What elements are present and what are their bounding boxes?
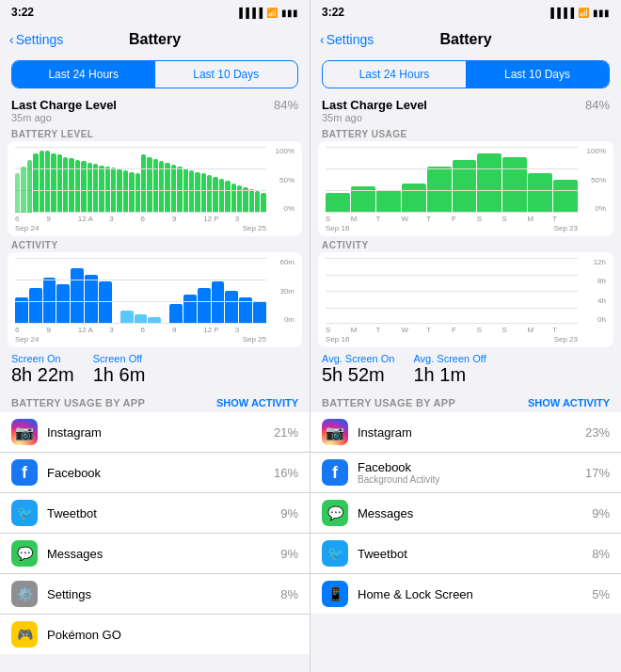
status-icons-left: ▐▐▐▐ 📶 ▮▮▮ — [236, 8, 298, 18]
app-pct-instagram-right: 23% — [585, 425, 610, 440]
show-activity-left[interactable]: SHOW ACTIVITY — [216, 397, 298, 408]
app-row-homescreen-right[interactable]: 📱 Home & Lock Screen 5% — [310, 574, 621, 614]
app-list-right: 📷 Instagram 23% f Facebook Background Ac… — [310, 412, 621, 614]
status-time-right: 3:22 — [322, 6, 344, 19]
charge-sub-left: 35m ago — [11, 112, 117, 123]
wifi-icon-left: 📶 — [266, 8, 278, 18]
tab-24h-right[interactable]: Last 24 Hours — [323, 61, 466, 88]
back-button-right[interactable]: ‹ Settings — [320, 32, 374, 47]
page-title-right: Battery — [439, 31, 491, 48]
activity-date-sep16: Sep 16 — [326, 335, 349, 344]
signal-icon-right: ▐▐▐▐ — [548, 8, 574, 18]
screen-on-title-right: Avg. Screen On — [322, 353, 394, 364]
battery-usage-chart-right: 100% 50% 0% S M T W T F S S M T Sep 16 S… — [318, 141, 613, 236]
tab-10d-left[interactable]: Last 10 Days — [155, 61, 298, 88]
wifi-icon-right: 📶 — [578, 8, 589, 18]
status-bar-right: 3:22 ▐▐▐▐ 📶 ▮▮▮ — [310, 0, 621, 23]
tab-24h-left[interactable]: Last 24 Hours — [12, 61, 155, 88]
back-button-left[interactable]: ‹ Settings — [9, 32, 63, 47]
screen-stats-left: Screen On 8h 22m Screen Off 1h 6m — [0, 347, 310, 392]
segment-control-left[interactable]: Last 24 Hours Last 10 Days — [11, 60, 298, 88]
app-icon-instagram-right: 📷 — [322, 419, 348, 445]
y-label-0pct-right: 0% — [595, 204, 606, 213]
app-icon-homescreen-right: 📱 — [322, 581, 348, 607]
show-activity-right[interactable]: SHOW ACTIVITY — [528, 397, 610, 408]
screen-on-title-left: Screen On — [11, 353, 74, 364]
app-icon-facebook-left: f — [11, 459, 38, 486]
activity-date-sep25: Sep 25 — [243, 335, 266, 344]
battery-usage-bars-right: 100% 50% 0% — [326, 147, 606, 213]
x-date-sep23: Sep 23 — [554, 224, 578, 232]
battery-bars-left: 100% 50% 0% — [15, 147, 295, 213]
screen-off-group-right: Avg. Screen Off 1h 1m — [413, 353, 486, 386]
app-name-instagram-left: Instagram — [47, 425, 264, 440]
x-date-sep25: Sep 25 — [243, 224, 266, 232]
activity-date-sep24: Sep 24 — [15, 335, 39, 344]
segment-control-right[interactable]: Last 24 Hours Last 10 Days — [322, 60, 610, 88]
battery-icon-left: ▮▮▮ — [281, 8, 298, 18]
y-label-8h-right: 8h — [597, 277, 606, 285]
app-icon-messages-right: 💬 — [322, 500, 348, 526]
screen-on-group-right: Avg. Screen On 5h 52m — [322, 353, 394, 386]
x-labels-battery-right: S M T W T F S S M T — [326, 215, 606, 223]
app-name-messages-right: Messages — [358, 506, 582, 520]
app-name-facebook-left: Facebook — [47, 466, 264, 480]
app-row-pokemon-left[interactable]: 🎮 Pokémon GO — [0, 615, 310, 654]
app-row-instagram-left[interactable]: 📷 Instagram 21% — [0, 412, 310, 453]
charge-pct-right: 84% — [585, 98, 610, 123]
activity-date-sep23: Sep 23 — [554, 335, 578, 344]
app-icon-pokemon-left: 🎮 — [11, 621, 38, 648]
nav-bar-right: ‹ Settings Battery — [310, 23, 621, 56]
app-pct-homescreen-right: 5% — [592, 587, 610, 601]
signal-icon-left: ▐▐▐▐ — [236, 8, 263, 18]
charge-pct-left: 84% — [274, 98, 298, 123]
app-list-left: 📷 Instagram 21% f Facebook 16% 🐦 Tweetbo… — [0, 412, 310, 654]
screen-off-group-left: Screen Off 1h 6m — [93, 353, 146, 386]
app-row-messages-right[interactable]: 💬 Messages 9% — [310, 493, 621, 534]
app-name-tweetbot-right: Tweetbot — [358, 547, 582, 561]
app-row-messages-left[interactable]: 💬 Messages 9% — [0, 534, 310, 574]
battery-level-chart-left: 100% 50% 0% 6 9 12 A 3 6 9 12 P 3 Sep 24… — [8, 141, 302, 236]
nav-bar-left: ‹ Settings Battery — [0, 23, 310, 56]
screen-off-title-right: Avg. Screen Off — [413, 353, 486, 364]
activity-label-left: ACTIVITY — [0, 236, 310, 252]
x-date-sep24: Sep 24 — [15, 224, 39, 232]
x-labels-activity-left: 6 9 12 A 3 6 9 12 P 3 — [15, 326, 295, 334]
app-name-messages-left: Messages — [47, 547, 271, 561]
app-row-instagram-right[interactable]: 📷 Instagram 23% — [310, 412, 621, 453]
app-row-facebook-right[interactable]: f Facebook Background Activity 17% — [310, 453, 621, 493]
app-row-facebook-left[interactable]: f Facebook 16% — [0, 453, 310, 493]
y-label-0m: 0m — [284, 315, 295, 324]
app-row-settings-left[interactable]: ⚙️ Settings 8% — [0, 574, 310, 615]
tab-10d-right[interactable]: Last 10 Days — [466, 61, 609, 88]
app-pct-facebook-right: 17% — [585, 466, 610, 480]
app-row-tweetbot-left[interactable]: 🐦 Tweetbot 9% — [0, 493, 310, 534]
activity-label-right: ACTIVITY — [310, 236, 621, 252]
screen-off-value-left: 1h 6m — [93, 364, 146, 386]
y-label-30m: 30m — [279, 287, 295, 296]
right-panel: 3:22 ▐▐▐▐ 📶 ▮▮▮ ‹ Settings Battery Last … — [310, 0, 621, 672]
charge-level-row-right: Last Charge Level 35m ago 84% — [310, 92, 621, 125]
app-sub-facebook-right: Background Activity — [358, 474, 576, 485]
app-row-tweetbot-right[interactable]: 🐦 Tweetbot 8% — [310, 534, 621, 574]
y-label-50pct-right: 50% — [591, 176, 606, 184]
battery-by-app-header-left: BATTERY USAGE BY APP SHOW ACTIVITY — [0, 392, 310, 412]
app-pct-messages-left: 9% — [280, 547, 298, 561]
battery-usage-label-right: BATTERY USAGE — [310, 125, 621, 141]
activity-bars-right: 12h 8h 4h 0h — [326, 258, 606, 324]
battery-by-app-header-right: BATTERY USAGE BY APP SHOW ACTIVITY — [310, 392, 621, 412]
status-icons-right: ▐▐▐▐ 📶 ▮▮▮ — [548, 8, 610, 18]
app-name-tweetbot-left: Tweetbot — [47, 506, 271, 520]
status-bar-left: 3:22 ▐▐▐▐ 📶 ▮▮▮ — [0, 0, 310, 23]
battery-by-app-title-left: BATTERY USAGE BY APP — [11, 397, 145, 408]
y-label-100pct-right: 100% — [587, 147, 606, 155]
battery-by-app-title-right: BATTERY USAGE BY APP — [322, 397, 455, 408]
app-name-instagram-right: Instagram — [358, 425, 576, 440]
y-label-0h-right: 0h — [597, 315, 606, 324]
battery-level-label-left: BATTERY LEVEL — [0, 125, 310, 141]
charge-label-right: Last Charge Level — [322, 98, 427, 112]
page-title-left: Battery — [129, 31, 181, 48]
y-label-12h-right: 12h — [594, 258, 606, 266]
app-pct-instagram-left: 21% — [274, 425, 298, 440]
app-name-facebook-right: Facebook — [358, 460, 576, 474]
